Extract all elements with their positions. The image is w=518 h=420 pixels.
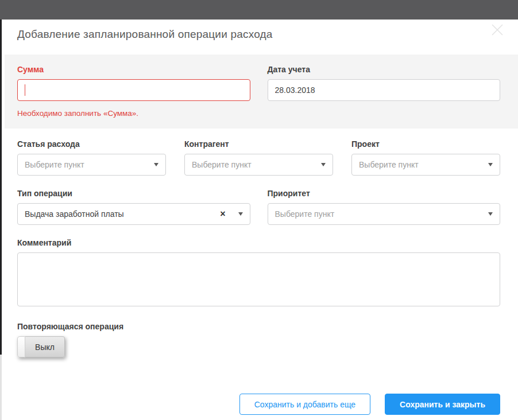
chevron-down-icon	[321, 163, 326, 166]
chevron-down-icon	[488, 163, 493, 166]
text-cursor	[25, 84, 25, 96]
modal-title: Добавление запланированной операции расх…	[17, 28, 484, 41]
project-placeholder: Выберите пункт	[359, 160, 484, 169]
save-and-add-button[interactable]: Сохранить и добавить еще	[239, 394, 370, 415]
category-select[interactable]: Выберите пункт	[17, 154, 166, 176]
modal-add-planned-expense: Добавление запланированной операции расх…	[2, 20, 518, 420]
priority-select[interactable]: Выберите пункт	[268, 203, 501, 225]
amount-label: Сумма	[17, 65, 250, 74]
chevron-down-icon	[238, 212, 243, 216]
date-label: Дата учета	[268, 65, 501, 74]
operation-type-value: Выдача заработной платы	[25, 209, 220, 219]
amount-input[interactable]	[17, 79, 250, 101]
operation-type-label: Тип операции	[17, 189, 250, 198]
toggle-state-label: Выкл	[25, 336, 65, 357]
project-label: Проект	[351, 139, 500, 149]
counterparty-label: Контрагент	[184, 139, 333, 149]
clear-icon[interactable]: ×	[220, 209, 225, 219]
save-and-close-button[interactable]: Сохранить и закрыть	[385, 394, 500, 415]
chevron-down-icon	[488, 212, 493, 216]
recurring-label: Повторяющаяся операция	[17, 322, 500, 331]
category-placeholder: Выберите пункт	[25, 160, 149, 169]
close-icon	[490, 23, 504, 38]
chevron-down-icon	[154, 163, 159, 166]
comment-textarea[interactable]	[17, 252, 500, 306]
category-label: Статья расхода	[17, 139, 166, 149]
recurring-toggle[interactable]: Выкл	[17, 336, 65, 357]
priority-label: Приоритет	[268, 189, 501, 198]
amount-error-text: Необходимо заполнить «Сумма».	[17, 109, 250, 118]
counterparty-placeholder: Выберите пункт	[192, 160, 316, 169]
validation-panel: Сумма Необходимо заполнить «Сумма». Дата…	[5, 55, 518, 129]
counterparty-select[interactable]: Выберите пункт	[184, 154, 333, 176]
date-input[interactable]	[268, 79, 501, 101]
form-area: Статья расхода Выберите пункт Контрагент…	[2, 139, 518, 415]
comment-label: Комментарий	[17, 238, 500, 247]
toggle-handle-icon	[17, 336, 25, 357]
priority-placeholder: Выберите пункт	[275, 209, 484, 219]
close-button[interactable]	[489, 22, 506, 39]
operation-type-select[interactable]: Выдача заработной платы ×	[17, 203, 250, 225]
project-select[interactable]: Выберите пункт	[351, 154, 500, 176]
modal-header: Добавление запланированной операции расх…	[2, 20, 518, 55]
modal-footer: Сохранить и добавить еще Сохранить и зак…	[17, 394, 500, 415]
page-header-bar	[0, 0, 518, 20]
